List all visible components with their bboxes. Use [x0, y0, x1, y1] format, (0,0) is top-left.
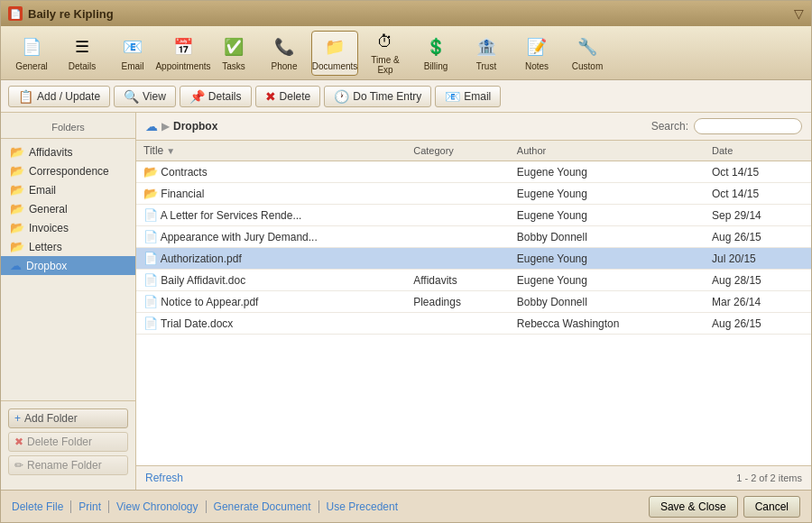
- breadcrumb-icon: ☁: [145, 119, 158, 133]
- toolbar-appointments[interactable]: 📅 Appointments: [160, 31, 207, 76]
- doc-icon: 📄: [143, 273, 158, 287]
- file-title: 📂 Contracts: [136, 161, 406, 183]
- file-footer: Refresh 1 - 2 of 2 items: [136, 465, 811, 490]
- toolbar-tasks-label: Tasks: [222, 61, 245, 71]
- file-author: Bobby Donnell: [510, 291, 705, 313]
- sidebar-item-affidavits[interactable]: 📂 Affidavits: [1, 142, 135, 161]
- email-action-button[interactable]: 📧 Email: [435, 86, 501, 107]
- print-link[interactable]: Print: [71, 500, 109, 513]
- folder-icon: 📂: [10, 202, 24, 216]
- sidebar-item-dropbox[interactable]: ☁ Dropbox: [1, 256, 135, 275]
- documents-icon: 📁: [322, 34, 347, 60]
- sidebar-item-correspondence[interactable]: 📂 Correspondence: [1, 161, 135, 180]
- toolbar-time-exp[interactable]: ⏱ Time & Exp: [362, 31, 409, 76]
- view-icon: 🔍: [124, 89, 139, 104]
- doc-icon: 📄: [143, 230, 158, 243]
- delete-folder-button[interactable]: ✖ Delete Folder: [8, 432, 128, 452]
- file-category: Pleadings: [406, 291, 510, 313]
- search-input[interactable]: [694, 118, 802, 134]
- do-time-entry-button[interactable]: 🕐 Do Time Entry: [324, 86, 431, 107]
- sidebar-item-invoices[interactable]: 📂 Invoices: [1, 218, 135, 237]
- details-label: Details: [208, 90, 242, 103]
- dropdown-arrow-icon[interactable]: ▽: [794, 6, 804, 21]
- delete-icon: ✖: [265, 89, 276, 104]
- col-author: Author: [510, 141, 705, 161]
- table-row[interactable]: 📄 Trial Date.docx Rebecca Washington Aug…: [136, 313, 811, 335]
- do-time-entry-icon: 🕐: [334, 89, 349, 104]
- table-row[interactable]: 📂 Contracts Eugene Young Oct 14/15: [136, 161, 811, 183]
- sidebar-actions: + Add Folder ✖ Delete Folder ✏ Rename Fo…: [1, 400, 135, 482]
- col-category: Category: [406, 141, 510, 161]
- table-row[interactable]: 📄 Baily Affidavit.doc Affidavits Eugene …: [136, 270, 811, 291]
- breadcrumb-arrow-icon: ▶: [161, 120, 170, 133]
- view-chronology-link[interactable]: View Chronology: [109, 500, 207, 513]
- sidebar-item-email[interactable]: 📂 Email: [1, 180, 135, 199]
- rename-folder-label: Rename Folder: [27, 459, 102, 472]
- table-row[interactable]: 📂 Financial Eugene Young Oct 14/15: [136, 183, 811, 205]
- file-author: Eugene Young: [510, 161, 705, 183]
- tasks-icon: ✅: [221, 34, 246, 60]
- table-row[interactable]: 📄 Appearance with Jury Demand... Bobby D…: [136, 226, 811, 248]
- main-content: Folders 📂 Affidavits 📂 Correspondence 📂 …: [1, 113, 811, 490]
- file-title: 📄 Appearance with Jury Demand...: [136, 226, 406, 248]
- sidebar-item-general[interactable]: 📂 General: [1, 199, 135, 218]
- delete-file-link[interactable]: Delete File: [12, 500, 71, 513]
- file-date: Sep 29/14: [705, 205, 811, 226]
- toolbar-general-label: General: [15, 61, 48, 71]
- toolbar-phone[interactable]: 📞 Phone: [261, 31, 308, 76]
- details-button[interactable]: 📌 Details: [180, 86, 252, 107]
- cancel-button[interactable]: Cancel: [743, 496, 800, 518]
- add-folder-button[interactable]: + Add Folder: [8, 408, 128, 428]
- view-button[interactable]: 🔍 View: [114, 86, 176, 107]
- folder-icon: 📂: [143, 187, 158, 200]
- sidebar-item-letters[interactable]: 📂 Letters: [1, 237, 135, 256]
- window-title: Baily re Kipling: [28, 7, 114, 21]
- toolbar-phone-label: Phone: [272, 61, 298, 71]
- file-title: 📄 A Letter for Services Rende...: [136, 205, 406, 226]
- toolbar-custom[interactable]: 🔧 Custom: [564, 31, 611, 76]
- rename-folder-button[interactable]: ✏ Rename Folder: [8, 455, 128, 475]
- table-row[interactable]: 📄 Notice to Appear.pdf Pleadings Bobby D…: [136, 291, 811, 313]
- do-time-entry-label: Do Time Entry: [353, 90, 421, 103]
- toolbar-trust[interactable]: 🏦 Trust: [463, 31, 510, 76]
- file-category: [406, 226, 510, 248]
- toolbar-tasks[interactable]: ✅ Tasks: [210, 31, 257, 76]
- toolbar-notes[interactable]: 📝 Notes: [513, 31, 560, 76]
- save-close-button[interactable]: Save & Close: [649, 496, 738, 518]
- main-window: 📄 Baily re Kipling ▽ 📄 General ☰ Details…: [0, 0, 812, 523]
- notes-icon: 📝: [524, 34, 549, 60]
- toolbar-details[interactable]: ☰ Details: [59, 31, 106, 76]
- toolbar-custom-label: Custom: [572, 61, 603, 71]
- save-close-label: Save & Close: [660, 500, 726, 513]
- file-author: Eugene Young: [510, 183, 705, 205]
- use-precedent-link[interactable]: Use Precedent: [319, 500, 405, 513]
- toolbar-time-exp-label: Time & Exp: [363, 55, 408, 75]
- table-row[interactable]: 📄 Authorization.pdf Eugene Young Jul 20/…: [136, 248, 811, 270]
- toolbar-email-label: Email: [121, 61, 143, 71]
- delete-button[interactable]: ✖ Delete: [255, 86, 321, 107]
- generate-document-link[interactable]: Generate Document: [207, 500, 319, 513]
- toolbar-billing[interactable]: 💲 Billing: [412, 31, 459, 76]
- toolbar-general[interactable]: 📄 General: [8, 31, 55, 76]
- details-icon: ☰: [69, 34, 95, 60]
- table-row[interactable]: 📄 A Letter for Services Rende... Eugene …: [136, 205, 811, 226]
- dropbox-icon: ☁: [10, 259, 22, 272]
- add-update-button[interactable]: 📋 Add / Update: [8, 86, 110, 107]
- folder-label: Dropbox: [26, 260, 67, 272]
- file-title: 📄 Baily Affidavit.doc: [136, 270, 406, 291]
- col-title[interactable]: Title ▼: [136, 141, 406, 161]
- sort-icon: ▼: [166, 146, 175, 156]
- refresh-button[interactable]: Refresh: [145, 472, 183, 484]
- toolbar-documents-label: Documents: [312, 61, 358, 71]
- general-icon: 📄: [19, 34, 44, 60]
- table-header-row: Title ▼ Category Author Date: [136, 141, 811, 161]
- add-update-label: Add / Update: [37, 90, 100, 103]
- toolbar-documents[interactable]: 📁 Documents: [311, 31, 358, 76]
- toolbar-appointments-label: Appointments: [155, 61, 210, 71]
- toolbar-email[interactable]: 📧 Email: [109, 31, 156, 76]
- toolbar-billing-label: Billing: [424, 61, 448, 71]
- rename-folder-icon: ✏: [14, 459, 23, 472]
- file-date: Jul 20/15: [705, 248, 811, 270]
- email-action-label: Email: [464, 90, 491, 103]
- file-author: Eugene Young: [510, 205, 705, 226]
